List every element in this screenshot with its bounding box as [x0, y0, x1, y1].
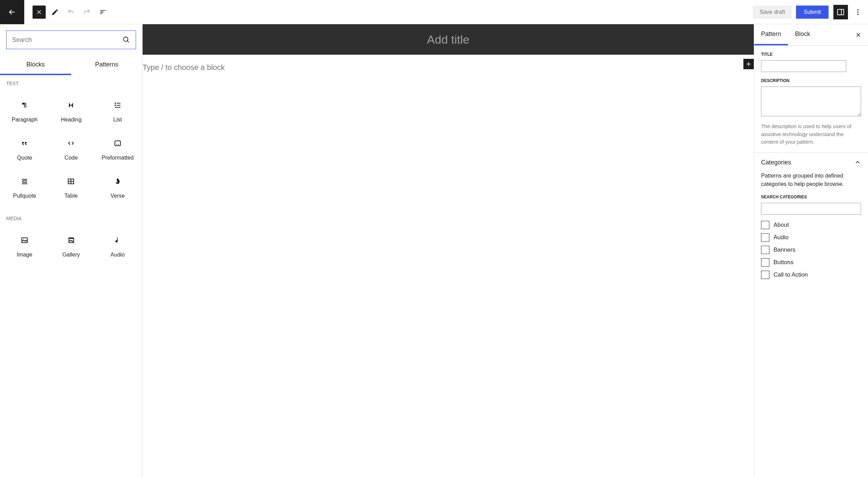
category-about[interactable]: About: [761, 219, 861, 231]
svg-line-6: [127, 41, 129, 43]
title-input[interactable]: [761, 60, 846, 72]
block-gallery[interactable]: Gallery: [48, 227, 94, 266]
block-code[interactable]: Code: [48, 130, 94, 169]
block-verse[interactable]: Verse: [94, 169, 141, 207]
block-audio[interactable]: Audio: [94, 227, 141, 266]
block-list[interactable]: List: [94, 92, 141, 130]
chevron-up-icon: [854, 159, 861, 166]
submit-button[interactable]: Submit: [796, 6, 829, 19]
block-quote[interactable]: Quote: [1, 130, 48, 169]
back-button[interactable]: [0, 0, 24, 24]
undo-button[interactable]: [64, 6, 78, 19]
svg-point-5: [124, 37, 128, 42]
search-icon: [123, 36, 130, 44]
svg-point-4: [857, 14, 859, 15]
checkbox[interactable]: [761, 258, 769, 267]
section-label-media: MEDIA: [0, 210, 142, 224]
description-textarea[interactable]: [761, 87, 861, 116]
block-preformatted[interactable]: Preformatted: [94, 130, 141, 169]
list-icon: [114, 100, 122, 110]
save-draft-button[interactable]: Save draft: [753, 6, 792, 19]
editor-canvas: Add title Type / to choose a block: [143, 24, 754, 477]
content-placeholder[interactable]: Type / to choose a block: [143, 63, 754, 72]
verse-icon: [114, 176, 121, 187]
audio-icon: [114, 235, 121, 245]
search-categories-label: SEARCH CATEGORIES: [761, 195, 861, 199]
checkbox[interactable]: [761, 271, 769, 279]
inserter-tabs: Blocks Patterns: [0, 55, 142, 75]
settings-sidebar: Pattern Block TITLE DESCRIPTION The desc…: [754, 24, 868, 477]
svg-rect-16: [23, 181, 26, 182]
settings-panel-button[interactable]: [833, 5, 848, 19]
sidebar-section-title-desc: TITLE DESCRIPTION The description is use…: [754, 46, 868, 153]
checkbox[interactable]: [761, 221, 769, 229]
tab-patterns[interactable]: Patterns: [71, 55, 143, 75]
topbar: Save draft Submit: [0, 0, 868, 24]
block-pullquote[interactable]: Pullquote: [1, 169, 48, 207]
title-label: TITLE: [761, 52, 861, 57]
category-audio[interactable]: Audio: [761, 231, 861, 244]
svg-point-11: [115, 105, 116, 106]
sidebar-tabs: Pattern Block: [754, 24, 868, 46]
svg-point-2: [857, 9, 859, 10]
checkbox[interactable]: [761, 246, 769, 254]
search-input[interactable]: [12, 36, 123, 44]
image-icon: [20, 235, 29, 245]
gallery-icon: [67, 235, 75, 245]
description-label: DESCRIPTION: [761, 78, 861, 83]
add-block-button[interactable]: [743, 59, 754, 69]
paragraph-icon: [21, 100, 28, 110]
category-banners[interactable]: Banners: [761, 244, 861, 256]
section-label-text: TEXT: [0, 75, 142, 89]
block-table[interactable]: Table: [48, 169, 94, 207]
tab-block[interactable]: Block: [788, 24, 817, 45]
block-inserter-panel: Blocks Patterns TEXT Paragraph Heading L…: [0, 24, 143, 477]
tab-blocks[interactable]: Blocks: [0, 55, 71, 75]
code-icon: [67, 138, 75, 148]
description-help: The description is used to help users of…: [761, 123, 861, 146]
block-image[interactable]: Image: [1, 227, 48, 266]
close-sidebar-button[interactable]: [849, 25, 868, 45]
block-grid-text: Paragraph Heading List Quote Code: [0, 89, 142, 210]
pullquote-icon: [20, 176, 29, 187]
checkbox[interactable]: [761, 233, 769, 242]
document-overview-button[interactable]: [96, 6, 109, 19]
close-inserter-button[interactable]: [33, 6, 46, 19]
svg-rect-12: [115, 141, 120, 146]
categories-description: Patterns are grouped into defined catego…: [761, 172, 861, 188]
search-box[interactable]: [6, 30, 136, 49]
table-icon: [67, 176, 75, 187]
post-title[interactable]: Add title: [143, 24, 754, 55]
svg-point-3: [857, 11, 859, 13]
heading-icon: [67, 100, 74, 110]
svg-point-10: [115, 103, 116, 104]
redo-button[interactable]: [80, 6, 93, 19]
block-heading[interactable]: Heading: [48, 92, 94, 130]
quote-icon: [20, 138, 29, 148]
preformatted-icon: [114, 138, 122, 148]
category-buttons[interactable]: Buttons: [761, 256, 861, 269]
categories-panel-header[interactable]: Categories: [754, 153, 868, 170]
edit-button[interactable]: [48, 6, 62, 19]
categories-panel-body: Patterns are grouped into defined catego…: [754, 170, 868, 287]
more-options-button[interactable]: [851, 6, 865, 19]
category-call-to-action[interactable]: Call to Action: [761, 269, 861, 281]
categories-search-input[interactable]: [761, 203, 861, 215]
svg-rect-21: [22, 238, 27, 243]
block-grid-media: Image Gallery Audio: [0, 224, 142, 269]
block-paragraph[interactable]: Paragraph: [1, 92, 48, 130]
toolbar-left: [24, 6, 118, 19]
tab-pattern[interactable]: Pattern: [754, 24, 788, 45]
svg-rect-0: [838, 9, 844, 15]
